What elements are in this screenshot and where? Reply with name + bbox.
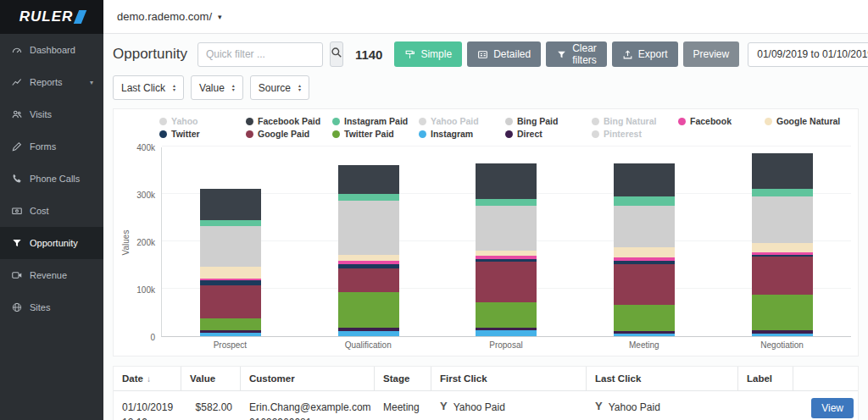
legend-item-yahoo-paid[interactable]: Yahoo Paid bbox=[419, 116, 502, 126]
quick-filter-input[interactable] bbox=[198, 42, 323, 67]
bar-segment-instagram[interactable] bbox=[476, 330, 537, 336]
legend-dot-icon bbox=[419, 118, 426, 125]
legend-dot-icon bbox=[246, 118, 253, 125]
legend-item-yahoo[interactable]: Yahoo bbox=[159, 116, 242, 126]
brand-logo-slash-icon bbox=[74, 10, 86, 24]
sidebar-item-cost[interactable]: Cost bbox=[0, 195, 103, 227]
bar-segment-google-natural[interactable] bbox=[614, 247, 675, 257]
bar-segment-facebook-paid[interactable] bbox=[476, 163, 537, 199]
brand-logo[interactable]: RULER bbox=[0, 0, 103, 34]
last-click-select[interactable]: Last Click▴▾ bbox=[113, 75, 184, 100]
preview-button[interactable]: Preview bbox=[683, 41, 740, 67]
bar-segment-twitter-paid[interactable] bbox=[752, 295, 813, 330]
bar-segment-twitter-paid[interactable] bbox=[338, 292, 399, 328]
sidebar-item-phone-calls[interactable]: Phone Calls bbox=[0, 163, 103, 195]
column-header-stage[interactable]: Stage bbox=[375, 367, 431, 390]
bar-segment-google-paid[interactable] bbox=[614, 264, 675, 305]
legend-label: Google Paid bbox=[258, 129, 309, 139]
brush-icon bbox=[404, 49, 415, 60]
bar-segment-google-natural[interactable] bbox=[752, 243, 813, 252]
legend-item-bing-paid[interactable]: Bing Paid bbox=[505, 116, 588, 126]
sidebar-item-dashboard[interactable]: Dashboard bbox=[0, 34, 103, 66]
topbar: RULER demo.rademo.com/ ▾ bbox=[0, 0, 868, 34]
stacked-bar-proposal[interactable] bbox=[476, 163, 537, 336]
stacked-bar-qualification[interactable] bbox=[338, 165, 399, 336]
export-icon bbox=[622, 49, 633, 60]
reports-icon bbox=[10, 76, 23, 88]
export-button[interactable]: Export bbox=[612, 41, 678, 67]
legend-label: Google Natural bbox=[776, 116, 840, 126]
bar-segment-google-paid[interactable] bbox=[752, 257, 813, 295]
bar-segment-facebook-paid[interactable] bbox=[752, 153, 813, 189]
select-value: Last Click bbox=[121, 82, 165, 94]
column-header-actions[interactable] bbox=[793, 367, 858, 390]
legend-item-facebook[interactable]: Facebook bbox=[678, 116, 761, 126]
domain-selector[interactable]: demo.rademo.com/ ▾ bbox=[117, 10, 222, 23]
legend-dot-icon bbox=[765, 118, 772, 125]
legend-item-direct[interactable]: Direct bbox=[505, 129, 588, 139]
bar-segment-instagram-paid[interactable] bbox=[614, 196, 675, 206]
value-select[interactable]: Value▴▾ bbox=[191, 75, 243, 100]
sidebar-item-label: Forms bbox=[30, 141, 56, 152]
bar-segment-instagram[interactable] bbox=[614, 334, 675, 336]
legend-item-instagram[interactable]: Instagram bbox=[419, 129, 502, 139]
bar-segment-instagram-paid[interactable] bbox=[338, 194, 399, 201]
bar-segment-facebook-paid[interactable] bbox=[614, 163, 675, 196]
view-button[interactable]: View bbox=[811, 398, 854, 418]
bar-segment-google-paid[interactable] bbox=[476, 262, 537, 302]
x-tick-label: Proposal bbox=[437, 340, 576, 350]
stacked-bar-prospect[interactable] bbox=[200, 189, 261, 336]
bar-segment-instagram-paid[interactable] bbox=[752, 189, 813, 196]
legend-item-bing-natural[interactable]: Bing Natural bbox=[592, 116, 675, 126]
stacked-bar-negotiation[interactable] bbox=[752, 153, 813, 336]
column-header-date[interactable]: Date↓ bbox=[114, 367, 181, 390]
detailed-button[interactable]: Detailed bbox=[467, 41, 541, 67]
bar-segment-bing-paid[interactable] bbox=[200, 226, 261, 267]
legend-dot-icon bbox=[505, 118, 513, 125]
clear-filters-button[interactable]: Clear filters bbox=[546, 41, 607, 67]
bar-segment-bing-paid[interactable] bbox=[752, 196, 813, 243]
column-header-label[interactable]: Label bbox=[738, 367, 793, 390]
y-tick-label: 100k bbox=[136, 285, 155, 295]
sidebar-item-opportunity[interactable]: Opportunity bbox=[0, 227, 103, 259]
bar-segment-google-paid[interactable] bbox=[338, 268, 399, 292]
legend-item-facebook-paid[interactable]: Facebook Paid bbox=[246, 116, 329, 126]
bar-segment-facebook-paid[interactable] bbox=[338, 165, 399, 194]
bar-segment-twitter-paid[interactable] bbox=[476, 302, 537, 329]
bar-segment-instagram[interactable] bbox=[338, 331, 399, 336]
bar-segment-instagram[interactable] bbox=[752, 334, 813, 336]
bar-segment-facebook-paid[interactable] bbox=[200, 189, 261, 219]
bar-segment-google-natural[interactable] bbox=[338, 255, 399, 261]
bar-segment-twitter-paid[interactable] bbox=[614, 305, 675, 331]
date-range-picker[interactable]: 01/09/2019 to 01/10/2019 ▾ bbox=[748, 42, 868, 67]
bar-segment-instagram-paid[interactable] bbox=[200, 220, 261, 226]
sidebar-item-reports[interactable]: Reports▾ bbox=[0, 66, 103, 98]
legend-item-google-natural[interactable]: Google Natural bbox=[765, 116, 848, 126]
bar-segment-instagram-paid[interactable] bbox=[476, 199, 537, 206]
bar-segment-bing-paid[interactable] bbox=[476, 206, 537, 251]
column-header-last-click[interactable]: Last Click bbox=[587, 367, 738, 390]
bar-segment-google-natural[interactable] bbox=[200, 267, 261, 279]
bar-segment-bing-paid[interactable] bbox=[338, 201, 399, 255]
legend-item-pinterest[interactable]: Pinterest bbox=[592, 129, 675, 139]
stacked-bar-meeting[interactable] bbox=[614, 163, 675, 336]
column-header-first-click[interactable]: First Click bbox=[431, 367, 587, 390]
sidebar-item-sites[interactable]: Sites bbox=[0, 291, 103, 323]
bar-segment-instagram[interactable] bbox=[200, 333, 261, 336]
bar-segment-bing-paid[interactable] bbox=[614, 206, 675, 247]
column-header-value[interactable]: Value bbox=[181, 367, 241, 390]
legend-item-twitter-paid[interactable]: Twitter Paid bbox=[332, 129, 415, 139]
visits-icon bbox=[10, 108, 23, 120]
bar-segment-twitter-paid[interactable] bbox=[200, 318, 261, 330]
bar-segment-google-paid[interactable] bbox=[200, 285, 261, 318]
simple-button[interactable]: Simple bbox=[394, 41, 462, 67]
sidebar-item-visits[interactable]: Visits bbox=[0, 98, 103, 130]
column-header-customer[interactable]: Customer bbox=[241, 367, 375, 390]
source-select[interactable]: Source▴▾ bbox=[250, 75, 309, 100]
legend-item-instagram-paid[interactable]: Instagram Paid bbox=[332, 116, 415, 126]
legend-item-google-paid[interactable]: Google Paid bbox=[246, 129, 329, 139]
legend-item-twitter[interactable]: Twitter bbox=[159, 129, 242, 139]
sidebar-item-forms[interactable]: Forms bbox=[0, 130, 103, 163]
sidebar-item-revenue[interactable]: Revenue bbox=[0, 259, 103, 291]
search-button[interactable] bbox=[330, 41, 343, 67]
